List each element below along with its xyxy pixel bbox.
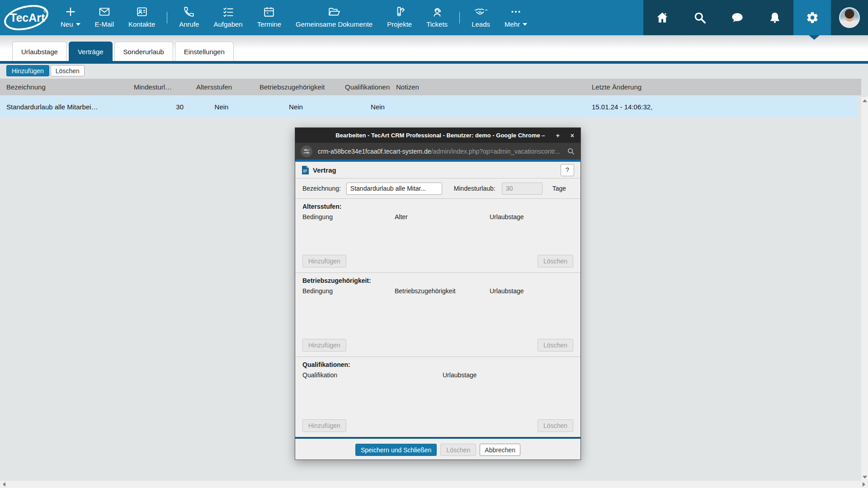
nav-item-kontakte[interactable]: Kontakte (121, 0, 162, 35)
tab-urlaubstage[interactable]: Urlaubstage (12, 42, 67, 61)
chat-icon (731, 11, 744, 24)
section-delete-button[interactable]: Löschen (538, 339, 573, 352)
mindesturlaub-label: Mindesturlaub: (454, 185, 495, 192)
minimize-button[interactable]: – (542, 132, 545, 139)
mindesturlaub-input[interactable] (502, 183, 542, 195)
maximize-button[interactable]: + (556, 132, 560, 139)
chat-button[interactable] (718, 0, 756, 35)
save-and-close-button[interactable]: Speichern und Schließen (355, 444, 437, 456)
chevron-down-icon (76, 23, 80, 26)
section-delete-button[interactable]: Löschen (538, 255, 573, 267)
user-menu[interactable] (831, 0, 868, 35)
tab-sonderurlaub[interactable]: Sonderurlaub (114, 42, 173, 61)
close-button[interactable]: × (571, 132, 574, 139)
tab-einstellungen[interactable]: Einstellungen (175, 42, 234, 61)
section-heading: Altersstufen: (302, 203, 573, 210)
search-button[interactable] (681, 0, 718, 35)
section-qualifikationen: Qualifikationen: Qualifikation Urlaubsta… (295, 357, 580, 437)
nav-item-label: Termine (257, 20, 281, 28)
support-agent-icon (431, 5, 443, 18)
column-label-betriebszugehoerigkeit: Betriebszugehörigkeit (395, 287, 490, 295)
section-add-button[interactable]: Hinzufügen (302, 255, 346, 267)
vertical-scrollbar[interactable] (861, 97, 868, 481)
scroll-right-arrow-icon[interactable] (863, 482, 865, 487)
nav-item-termine[interactable]: Termine (250, 0, 288, 35)
tune-icon (303, 148, 310, 155)
nav-item-anrufe[interactable]: Anrufe (172, 0, 206, 35)
home-button[interactable] (643, 0, 681, 35)
cell-mindesturlaub: 30 (133, 103, 190, 111)
scroll-up-arrow-icon[interactable] (863, 99, 867, 102)
table-row[interactable]: Standardurlaub alle Mitarbei… 30 Nein Ne… (0, 96, 858, 117)
settings-button[interactable] (793, 0, 831, 35)
column-header-altersstufen[interactable]: Altersstufen (190, 83, 253, 91)
cancel-button[interactable]: Abbrechen (480, 444, 520, 456)
nav-item-label: Anrufe (179, 20, 199, 28)
nav-item-tickets[interactable]: Tickets (419, 0, 455, 35)
nav-item-aufgaben[interactable]: Aufgaben (206, 0, 250, 35)
zoom-button[interactable] (567, 147, 575, 155)
notifications-button[interactable] (756, 0, 793, 35)
nav-item-neu[interactable]: Neu (53, 0, 88, 35)
nav-item-leads[interactable]: Leads (464, 0, 497, 35)
add-button[interactable]: Hinzufügen (6, 65, 49, 76)
active-section-notch (809, 35, 820, 40)
nav-separator (459, 12, 460, 23)
site-settings-button[interactable] (301, 145, 312, 157)
top-navigation-bar: TecArt ® Neu E-Mail Kontakte (0, 0, 868, 35)
column-label-alter: Alter (395, 213, 490, 221)
handshake-icon (474, 5, 488, 18)
section-delete-button[interactable]: Löschen (538, 419, 573, 432)
nav-item-gemeinsame-dokumente[interactable]: Gemeinsame Dokumente (288, 0, 380, 35)
calendar-icon (263, 5, 275, 18)
column-label-bedingung: Bedingung (302, 213, 395, 221)
column-header-bezeichnung[interactable]: Bezeichnung (0, 83, 133, 91)
phone-icon (183, 5, 195, 18)
cell-letzte-aenderung: 15.01.24 - 14:06:32, (585, 103, 858, 111)
tab-vertraege[interactable]: Verträge (69, 42, 113, 61)
scroll-left-arrow-icon[interactable] (3, 482, 5, 487)
column-label-urlaubstage: Urlaubstage (490, 287, 573, 295)
column-label-urlaubstage: Urlaubstage (490, 213, 573, 221)
empty-list-area (302, 379, 573, 419)
scroll-down-arrow-icon[interactable] (863, 476, 867, 479)
column-header-mindesturlaub[interactable]: Mindesturl… (133, 83, 190, 91)
magnifier-icon (567, 147, 575, 155)
edit-popup-window: Bearbeiten - TecArt CRM Professional - B… (295, 127, 581, 460)
popup-url-bar: crm-a58bce34e1fcaa0f.tecart-system.de/ad… (295, 143, 580, 160)
tage-label: Tage (552, 185, 566, 192)
tecart-logo-ellipse: TecArt ® (0, 0, 53, 35)
popup-titlebar[interactable]: Bearbeiten - TecArt CRM Professional - B… (295, 128, 580, 143)
popup-footer: Speichern und Schließen Löschen Abbreche… (295, 437, 580, 460)
nav-item-projekte[interactable]: Projekte (380, 0, 419, 35)
ellipsis-icon (510, 5, 522, 18)
nav-separator (167, 12, 167, 23)
bezeichnung-label: Bezeichnung: (302, 185, 341, 192)
column-header-qualifikationen[interactable]: Qualifikationen (339, 83, 390, 91)
popup-title: Bearbeiten - TecArt CRM Professional - B… (295, 132, 580, 139)
cell-qualifikationen: Nein (339, 103, 390, 111)
url-field[interactable]: crm-a58bce34e1fcaa0f.tecart-system.de/ad… (318, 148, 563, 155)
delete-button[interactable]: Löschen (51, 65, 85, 76)
bezeichnung-input[interactable] (346, 183, 442, 195)
popup-help-button[interactable]: ? (561, 164, 574, 176)
tecart-logo[interactable]: TecArt ® (0, 0, 53, 35)
nav-item-label: Mehr (505, 20, 520, 28)
cell-betriebszugehoerigkeit: Nein (253, 103, 339, 111)
home-icon (656, 11, 669, 24)
column-header-notizen[interactable]: Notizen (390, 83, 585, 91)
nav-items: Neu E-Mail Kontakte Anrufe Aufgaben (53, 0, 534, 35)
column-header-letzte-aenderung[interactable]: Letzte Änderung (585, 83, 861, 91)
column-header-betriebszugehoerigkeit[interactable]: Betriebszugehörigkeit (253, 83, 339, 91)
url-path: /admin/index.php?op=admin_vacationscontr… (431, 148, 560, 155)
horizontal-scrollbar[interactable] (0, 481, 868, 488)
bell-icon (768, 11, 782, 24)
nav-item-email[interactable]: E-Mail (88, 0, 122, 35)
section-add-button[interactable]: Hinzufügen (302, 419, 346, 432)
section-add-button[interactable]: Hinzufügen (302, 339, 346, 352)
nav-item-mehr[interactable]: Mehr (497, 0, 534, 35)
popup-delete-button[interactable]: Löschen (440, 444, 476, 456)
popup-form-title: Vertrag (313, 166, 336, 174)
popup-fields-row: Bezeichnung: Mindesturlaub: Tage (295, 178, 580, 198)
gear-icon (806, 11, 819, 24)
